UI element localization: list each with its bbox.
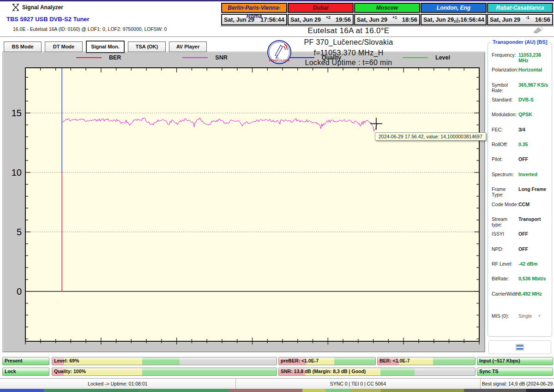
pill-input-517-kbps-: Input (~517 Kbps): [477, 357, 553, 365]
clock-dst-offset: -1DST: [454, 18, 460, 23]
report-icon: [516, 344, 524, 350]
legend-swatch: [289, 57, 314, 58]
background-window-segment: [0, 389, 44, 392]
transponder-row-label: Frequency:: [492, 52, 518, 63]
chart-tooltip: 2024-06-29 17.56.42, value: 14,100000381…: [375, 132, 486, 141]
transponder-row: Pilot:OFF: [492, 156, 549, 162]
transponder-row: ISSYIOFF: [492, 231, 549, 237]
tab-av-player[interactable]: AV Player: [169, 42, 207, 52]
transponder-row: RF Level:-42 dBm: [492, 261, 549, 267]
pill-label: Input (~517 Kbps): [479, 358, 520, 363]
transponder-row: Symbol Rate:365,967 KS/s: [492, 82, 549, 93]
transponder-row-value: 3/4: [518, 127, 525, 132]
pill-label: Present: [5, 358, 23, 363]
transponder-panel: Transponder (AU) [BS] MIS (0): Single ▾ …: [488, 42, 552, 337]
capture-report-button[interactable]: [488, 340, 551, 354]
transponder-row-value: DVB-S: [518, 97, 534, 102]
transponder-row: Stream type:Transport: [492, 216, 549, 227]
transponder-row-value: 0.35: [518, 142, 528, 147]
transponder-row: NPD:OFF: [492, 246, 549, 252]
transponder-row-value: CCM: [518, 202, 530, 207]
transponder-row-label: Polarization:: [492, 67, 518, 72]
locked-uptime-title: Locked Uptime : t=60 min: [222, 59, 476, 67]
transponder-row-value: 0,536 Mbit/s: [518, 276, 546, 281]
bar-quality: Quality: 100%: [52, 368, 277, 376]
background-window-sliver: [0, 389, 554, 392]
clock-time: 19:56: [336, 16, 351, 23]
satellite-title: Eutelsat 16A at 16.0°E: [222, 26, 476, 36]
legend-item-snr: SNR: [182, 54, 227, 61]
header-divider-bottom: [0, 36, 554, 37]
background-window-segment: [44, 389, 138, 392]
clock-time: 16:56:44: [460, 16, 484, 23]
window-titlebar: Signal Analyzer: [0, 1, 221, 13]
transponder-row-label: BitRate:: [492, 276, 518, 281]
clock-city-label: London, Eng: [421, 3, 487, 13]
transponder-row-value: Horizontal: [518, 67, 542, 72]
chart-tooltip-text: 2024-06-29 17.56.42, value: 14,100000381…: [379, 134, 482, 139]
transponder-row-label: RF Level:: [492, 261, 518, 267]
mis-select[interactable]: Single ▾: [518, 313, 541, 319]
background-window-segment: [381, 389, 464, 392]
tab-tsa-ok-[interactable]: TSA (OK): [128, 42, 166, 52]
transponder-row-label: NPD:: [492, 246, 518, 252]
status-uptime: Locked -> Uptime: 01:08:01: [0, 379, 236, 389]
clock-5: Rabat-CasablancaSat, Jun 29-116:56: [487, 3, 553, 25]
background-window-segment: [302, 389, 325, 392]
ytick-label: 10: [12, 167, 22, 178]
world-clocks: Berlin-Paris-Vienna-RomaSat, Jun 2917:56…: [221, 3, 554, 25]
legend-label: BER: [109, 54, 121, 61]
clock-date: Sat, Jun 29: [357, 17, 387, 23]
clock-city-label: Rabat-Casablanca: [487, 3, 553, 13]
plot-background: [25, 68, 479, 341]
chevron-down-icon: ▾: [538, 314, 541, 318]
clock-city-label: Moscow: [354, 3, 420, 13]
pill-sync-ts: Sync TS: [477, 368, 553, 376]
pill-label: Lock: [5, 368, 16, 374]
transponder-row: Frame Type:Long Frame: [492, 186, 549, 197]
transponder-row-label: Code Mode:: [492, 202, 518, 207]
status-bar: Locked -> Uptime: 01:08:01 SYNC 0 | TEI …: [0, 378, 554, 389]
location-title: PF 370_Lučenec/Slovakia: [222, 38, 476, 47]
transponder-row-label: Standard:: [492, 97, 518, 102]
transponder-row-label: Spectrum:: [492, 172, 518, 177]
satellite-dish-icon: [531, 26, 545, 34]
tuner-config: 16.0E - Eutelsat 16A (ID: 0160) @ LOF1: …: [13, 26, 167, 32]
transponder-row-value: OFF: [518, 156, 528, 162]
transponder-row-label: Pilot:: [492, 156, 518, 162]
clock-offset: +2: [326, 15, 331, 20]
clock-city-label: Berlin-Paris-Vienna-Roma: [221, 3, 287, 13]
bar-preber: preBER: <1.0E-7: [278, 357, 376, 365]
bar-label: SNR: 13,8 dB (Margin: 8,3 dB | Good): [281, 368, 366, 374]
transponder-row-label: Frame Type:: [492, 186, 518, 197]
signal-chart[interactable]: 051015: [2, 52, 484, 351]
gloss-overlay: [52, 357, 277, 361]
transponder-row: Standard:DVB-S: [492, 97, 549, 102]
transponder-panel-title: Transponder (AU) [BS]: [491, 39, 549, 45]
clock-date: Sat, Jun 29: [490, 17, 520, 23]
pill-lock: Lock: [2, 368, 49, 376]
indicator-row-1: PresentLevel: 69%preBER: <1.0E-7BER: <1.…: [0, 357, 554, 365]
bar-label: BER: <1.0E-7: [379, 358, 410, 363]
mode-tabs: BS ModeDT ModeSignal Mon.TSA (OK)AV Play…: [4, 42, 210, 53]
transponder-row-value: Long Frame: [518, 186, 546, 197]
background-window-segment: [351, 389, 381, 392]
clock-3: MoscowSat, Jun 29+118:56: [354, 3, 420, 25]
transponder-row: FEC:3/4: [492, 127, 549, 132]
transponder-row-label: Stream type:: [492, 216, 518, 227]
tab-dt-mode[interactable]: DT Mode: [45, 42, 83, 52]
legend-item-ber: BER: [76, 54, 121, 61]
pill-present: Present: [2, 357, 49, 365]
bar-snr: SNR: 13,8 dB (Margin: 8,3 dB | Good): [278, 368, 476, 376]
tab-bs-mode[interactable]: BS Mode: [4, 42, 42, 52]
transponder-row-value: Inverted: [518, 172, 537, 177]
mis-row: MIS (0): Single ▾: [492, 313, 549, 319]
tab-signal-mon-[interactable]: Signal Mon.: [86, 41, 125, 53]
clock-date: Sat, Jun 29: [290, 17, 321, 23]
ytick-label: 15: [12, 108, 22, 118]
clock-time-cell: Sat, Jun 29-116:56: [487, 14, 553, 25]
clock-1: Berlin-Paris-Vienna-RomaSat, Jun 2917:56…: [221, 3, 287, 25]
transponder-row: Code Mode:CCM: [492, 202, 549, 207]
clock-dst-label: DST: [454, 20, 460, 23]
transponder-row-label: Symbol Rate:: [492, 82, 518, 93]
